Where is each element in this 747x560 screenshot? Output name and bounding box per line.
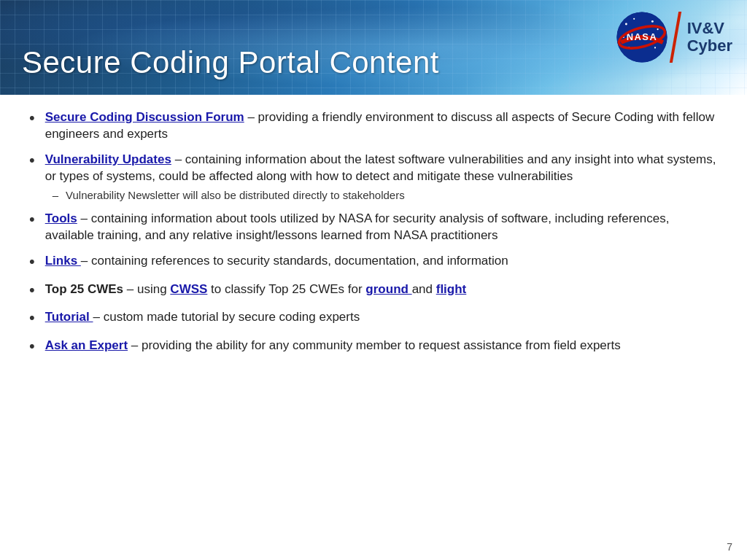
tutorial-link[interactable]: Tutorial bbox=[45, 310, 93, 324]
bullet-dot-links: • bbox=[29, 252, 35, 273]
top25-after-cwss: to classify Top 25 CWEs for bbox=[211, 282, 365, 296]
forum-link[interactable]: Secure Coding Discussion Forum bbox=[45, 110, 244, 124]
top25-bold: Top 25 CWEs bbox=[45, 282, 123, 296]
list-item-forum: • Secure Coding Discussion Forum – provi… bbox=[29, 109, 718, 143]
bullet-dot-vuln: • bbox=[29, 150, 35, 171]
nasa-logo-area: NASA IV&V Cyber bbox=[616, 11, 732, 63]
svg-point-3 bbox=[633, 18, 635, 20]
bullet-dot-tools: • bbox=[29, 209, 35, 230]
red-slash-divider bbox=[669, 12, 681, 63]
vuln-link[interactable]: Vulnerability Updates bbox=[45, 152, 171, 166]
ask-link[interactable]: Ask an Expert bbox=[45, 338, 128, 352]
list-item-ask: • Ask an Expert – providing the ability … bbox=[29, 338, 718, 357]
vuln-sub-list: – Vulnerability Newsletter will also be … bbox=[45, 188, 718, 203]
main-bullet-list: • Secure Coding Discussion Forum – provi… bbox=[29, 109, 718, 357]
bullet-dot-tutorial: • bbox=[29, 308, 35, 329]
links-text: Links – containing references to securit… bbox=[45, 253, 718, 270]
tools-description: – containing information about tools uti… bbox=[45, 211, 670, 242]
top25-middle: – using bbox=[127, 282, 171, 296]
tools-text: Tools – containing information about too… bbox=[45, 211, 718, 244]
svg-text:NASA: NASA bbox=[626, 31, 657, 42]
ask-description: – providing the ability for any communit… bbox=[131, 338, 621, 352]
links-link[interactable]: Links bbox=[45, 254, 81, 268]
slide-number: 7 bbox=[727, 541, 732, 553]
list-item-vuln: • Vulnerability Updates – containing inf… bbox=[29, 152, 718, 202]
bullet-dot-ask: • bbox=[29, 336, 35, 357]
list-item-top25: • Top 25 CWEs – using CWSS to classify T… bbox=[29, 281, 718, 301]
content-area: • Secure Coding Discussion Forum – provi… bbox=[0, 95, 747, 560]
tutorial-text: Tutorial – custom made tutorial by secur… bbox=[45, 309, 718, 326]
svg-point-5 bbox=[657, 28, 658, 30]
list-item-tutorial: • Tutorial – custom made tutorial by sec… bbox=[29, 309, 718, 329]
vuln-text: Vulnerability Updates – containing infor… bbox=[45, 152, 718, 202]
svg-point-8 bbox=[654, 47, 656, 48]
svg-point-4 bbox=[651, 20, 654, 23]
sub-dash: – bbox=[53, 188, 58, 203]
header-banner: Secure Coding Portal Content NASA IV&V bbox=[0, 0, 747, 95]
vuln-newsletter-text: Vulnerability Newsletter will also be di… bbox=[66, 188, 405, 203]
vuln-sub-item: – Vulnerability Newsletter will also be … bbox=[53, 188, 718, 203]
cwss-link[interactable]: CWSS bbox=[170, 282, 207, 296]
bullet-dot: • bbox=[29, 108, 35, 129]
list-item-links: • Links – containing references to secur… bbox=[29, 253, 718, 273]
links-description: – containing references to security stan… bbox=[81, 254, 508, 268]
tutorial-description: – custom made tutorial by secure coding … bbox=[93, 310, 360, 324]
tools-link[interactable]: Tools bbox=[45, 211, 77, 225]
flight-link[interactable]: flight bbox=[436, 282, 467, 296]
list-item-tools: • Tools – containing information about t… bbox=[29, 211, 718, 244]
bullet-dot-top25: • bbox=[29, 280, 35, 301]
ivv-cyber-label: IV&V Cyber bbox=[687, 20, 732, 55]
forum-text: Secure Coding Discussion Forum – providi… bbox=[45, 109, 718, 143]
top25-and: and bbox=[412, 282, 436, 296]
svg-point-2 bbox=[625, 23, 627, 26]
ask-text: Ask an Expert – providing the ability fo… bbox=[45, 338, 718, 354]
page-title: Secure Coding Portal Content bbox=[22, 45, 439, 80]
nasa-logo-icon: NASA bbox=[616, 11, 668, 63]
top25-text: Top 25 CWEs – using CWSS to classify Top… bbox=[45, 281, 718, 298]
ground-link[interactable]: ground bbox=[365, 282, 411, 296]
